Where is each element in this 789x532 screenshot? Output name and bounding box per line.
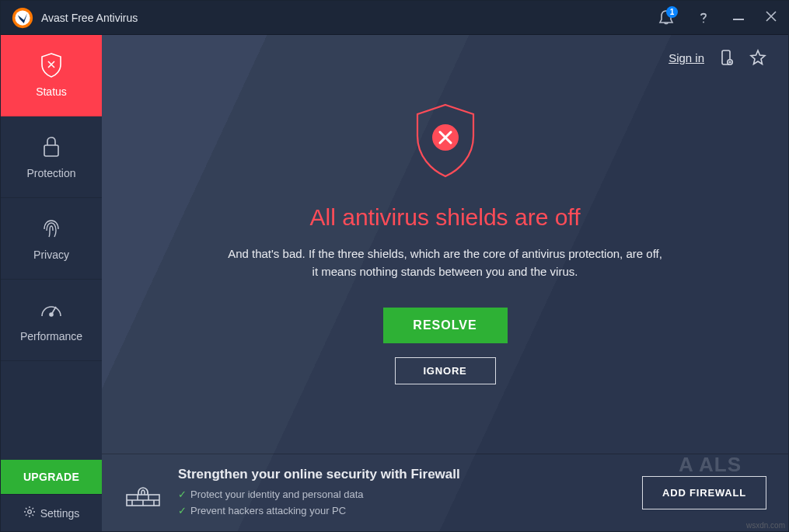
check-icon: ✓ xyxy=(178,505,187,516)
promo-title: Strengthen your online security with Fir… xyxy=(178,467,627,482)
minimize-button[interactable] xyxy=(728,9,749,26)
star-icon[interactable] xyxy=(749,49,766,66)
app-title: Avast Free Antivirus xyxy=(41,12,653,24)
resolve-button[interactable]: RESOLVE xyxy=(383,308,508,343)
ignore-button[interactable]: IGNORE xyxy=(395,357,496,384)
fingerprint-icon xyxy=(39,216,64,241)
sidebar-item-label: Protection xyxy=(26,167,75,179)
status-subtext: And that's bad. If the three shields, wh… xyxy=(228,245,663,281)
notifications-icon[interactable]: 1 xyxy=(653,5,679,31)
help-icon[interactable] xyxy=(690,5,717,31)
sidebar: Status Protection xyxy=(1,35,102,531)
sidebar-item-privacy[interactable]: Privacy xyxy=(1,198,102,280)
settings-label: Settings xyxy=(40,507,80,520)
settings-button[interactable]: Settings xyxy=(1,494,102,531)
svg-point-6 xyxy=(27,510,31,514)
firewall-brick-icon xyxy=(124,474,162,513)
sign-in-link[interactable]: Sign in xyxy=(669,51,704,64)
gear-icon xyxy=(23,506,36,520)
sidebar-item-label: Privacy xyxy=(33,249,69,261)
sidebar-item-performance[interactable]: Performance xyxy=(1,280,102,361)
mobile-share-icon[interactable] xyxy=(718,49,735,66)
promo-bullet: Prevent hackers attacking your PC xyxy=(190,505,346,516)
notification-badge: 1 xyxy=(666,6,678,18)
upgrade-button[interactable]: UPGRADE xyxy=(1,460,102,494)
gauge-icon xyxy=(39,297,64,322)
promo-bullet: Protect your identity and personal data xyxy=(190,489,364,500)
check-icon: ✓ xyxy=(178,489,187,500)
shield-x-icon xyxy=(39,53,64,78)
svg-point-1 xyxy=(15,10,30,25)
svg-rect-3 xyxy=(733,19,744,20)
avast-logo-icon xyxy=(12,7,33,29)
sidebar-item-label: Status xyxy=(36,85,67,98)
lock-icon xyxy=(39,134,64,159)
sidebar-item-status[interactable]: Status xyxy=(1,35,102,116)
svg-rect-4 xyxy=(44,145,58,156)
main-panel: Sign in xyxy=(102,35,788,531)
promo-bullets: ✓Protect your identity and personal data… xyxy=(178,487,627,518)
sidebar-item-label: Performance xyxy=(20,330,82,342)
svg-point-5 xyxy=(50,313,53,316)
add-firewall-button[interactable]: ADD FIREWALL xyxy=(642,476,766,509)
top-actions: Sign in xyxy=(102,35,788,66)
firewall-promo-bar: Strengthen your online security with Fir… xyxy=(102,454,788,531)
title-bar: Avast Free Antivirus 1 xyxy=(1,1,788,35)
sidebar-item-protection[interactable]: Protection xyxy=(1,116,102,198)
status-headline: All antivirus shields are off xyxy=(310,204,581,231)
status-shield-icon xyxy=(411,102,480,183)
app-window: Avast Free Antivirus 1 xyxy=(0,0,789,532)
svg-point-2 xyxy=(703,21,704,23)
close-button[interactable] xyxy=(760,9,782,26)
